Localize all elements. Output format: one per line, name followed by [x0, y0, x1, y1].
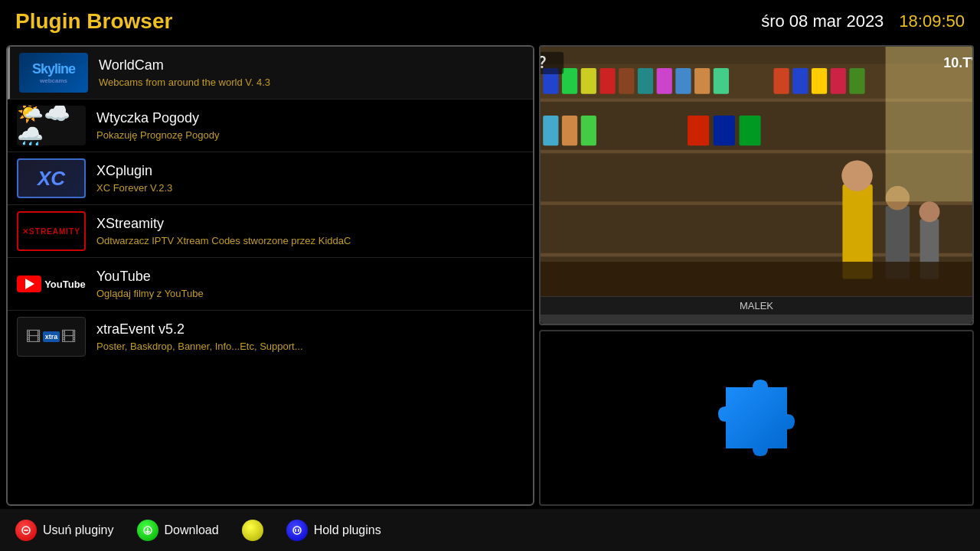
tv-channel-label: MALEK	[541, 296, 972, 315]
plugin-item-wtyczka[interactable]: 🌤️☁️🌧️ Wtyczka Pogody Pokazuję Prognozę …	[8, 99, 533, 152]
svg-rect-16	[694, 68, 710, 94]
plugin-icon-xtra: 🎞 xtra 🎞	[17, 317, 86, 357]
download-label: Download	[165, 523, 219, 537]
yellow-button[interactable]	[242, 520, 263, 541]
green-button-icon	[137, 520, 158, 541]
app-title: Plugin Browser	[15, 9, 172, 34]
time-display: 18:09:50	[899, 11, 965, 31]
svg-point-43	[293, 527, 301, 534]
plugin-name-youtube: YouTube	[96, 269, 524, 285]
plugin-icon-xstreamity: ✕STREAMITY	[17, 211, 86, 251]
svg-rect-25	[562, 116, 577, 145]
remove-plugins-label: Usuń pluginy	[43, 523, 114, 537]
plugin-item-xtraevent[interactable]: 🎞 xtra 🎞 xtraEvent v5.2 Poster, Baskdrop…	[8, 311, 533, 363]
hold-plugins-button[interactable]: Hold plugins	[286, 520, 381, 541]
blue-button-icon	[286, 520, 308, 541]
plugin-list-panel: Skyline webcams WorldCam Webcams from ar…	[6, 45, 534, 506]
plugin-desc-worldcam: Webcams from around the world V. 4.3	[99, 77, 524, 88]
plugin-desc-xstreamity: Odtwarzacz IPTV Xtream Codes stworzone p…	[96, 235, 524, 246]
plugin-icon-youtube: YouTube	[17, 264, 86, 304]
plugin-item-xcplugin[interactable]: XC XCplugin XC Forever V.2.3	[8, 152, 533, 205]
tv-screen-image: ❔ 10.TV	[541, 47, 972, 296]
svg-rect-22	[849, 68, 864, 94]
date-display: śro 08 mar 2023	[761, 11, 884, 31]
right-panel: ❔ 10.TV MALEK	[539, 45, 974, 506]
header: Plugin Browser śro 08 mar 2023 18:09:50	[0, 0, 980, 42]
svg-rect-27	[688, 116, 709, 145]
plugin-icon-weather: 🌤️☁️🌧️	[17, 106, 86, 145]
svg-rect-21	[831, 68, 846, 94]
svg-point-35	[919, 201, 939, 222]
plugin-desc-xtra: Poster, Baskdrop, Banner, Info...Etc, Su…	[96, 341, 524, 352]
plugin-name-xc: XCplugin	[96, 163, 524, 179]
svg-rect-18	[773, 68, 789, 94]
main-content: Skyline webcams WorldCam Webcams from ar…	[0, 42, 980, 509]
yellow-button-icon	[242, 520, 263, 541]
svg-text:10.TV: 10.TV	[943, 55, 972, 70]
svg-text:❔: ❔	[541, 55, 550, 69]
svg-rect-10	[581, 68, 596, 94]
plugin-name-xtra: xtraEvent v5.2	[96, 321, 524, 337]
svg-rect-37	[541, 262, 972, 296]
plugin-icon-xc: XC	[17, 158, 86, 198]
plugin-item-youtube[interactable]: YouTube YouTube Oglądaj filmy z YouTube	[8, 258, 533, 311]
puzzle-icon	[695, 357, 818, 479]
svg-rect-29	[740, 116, 761, 145]
svg-rect-15	[675, 68, 691, 94]
plugin-preview	[539, 330, 974, 506]
plugin-desc-youtube: Oglądaj filmy z YouTube	[96, 288, 524, 299]
svg-rect-28	[714, 116, 735, 145]
datetime: śro 08 mar 2023 18:09:50	[761, 11, 965, 31]
svg-rect-13	[638, 68, 653, 94]
svg-rect-17	[714, 68, 729, 94]
hold-plugins-label: Hold plugins	[314, 523, 381, 537]
svg-rect-12	[619, 68, 634, 94]
plugin-item-worldcam[interactable]: Skyline webcams WorldCam Webcams from ar…	[8, 47, 533, 99]
tv-screen: ❔ 10.TV	[541, 47, 972, 296]
svg-rect-11	[599, 68, 615, 94]
svg-rect-9	[562, 68, 577, 94]
svg-rect-26	[581, 116, 596, 145]
red-button-icon	[15, 520, 37, 541]
plugin-desc-xc: XC Forever V.2.3	[96, 182, 524, 194]
svg-rect-20	[812, 68, 827, 94]
plugin-name-xstreamity: XStreamity	[96, 216, 524, 232]
plugin-name-wtyczka: Wtyczka Pogody	[96, 110, 524, 126]
plugin-name-worldcam: WorldCam	[99, 57, 524, 73]
remove-plugins-button[interactable]: Usuń pluginy	[15, 520, 114, 541]
svg-rect-24	[543, 116, 558, 145]
plugin-icon-worldcam: Skyline webcams	[19, 53, 88, 93]
svg-rect-14	[657, 68, 672, 94]
svg-point-31	[841, 160, 872, 191]
plugin-desc-wtyczka: Pokazuję Prognozę Pogody	[96, 129, 524, 141]
svg-rect-19	[792, 68, 808, 94]
download-button[interactable]: Download	[137, 520, 219, 541]
footer: Usuń pluginy Download Hold plugins	[0, 509, 980, 551]
tv-preview: ❔ 10.TV MALEK	[539, 45, 974, 325]
plugin-item-xstreamity[interactable]: ✕STREAMITY XStreamity Odtwarzacz IPTV Xt…	[8, 205, 533, 258]
tv-stand	[541, 315, 972, 324]
